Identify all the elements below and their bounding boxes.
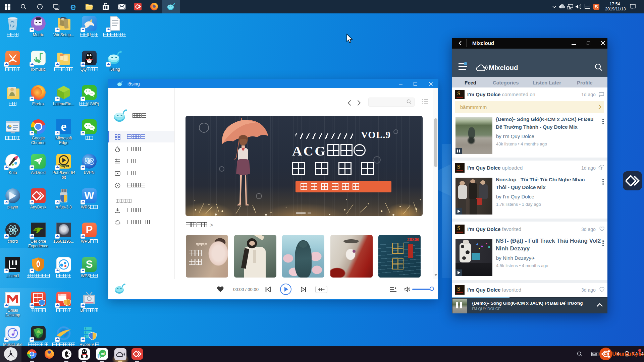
- svg-text:mi: mi: [101, 352, 105, 355]
